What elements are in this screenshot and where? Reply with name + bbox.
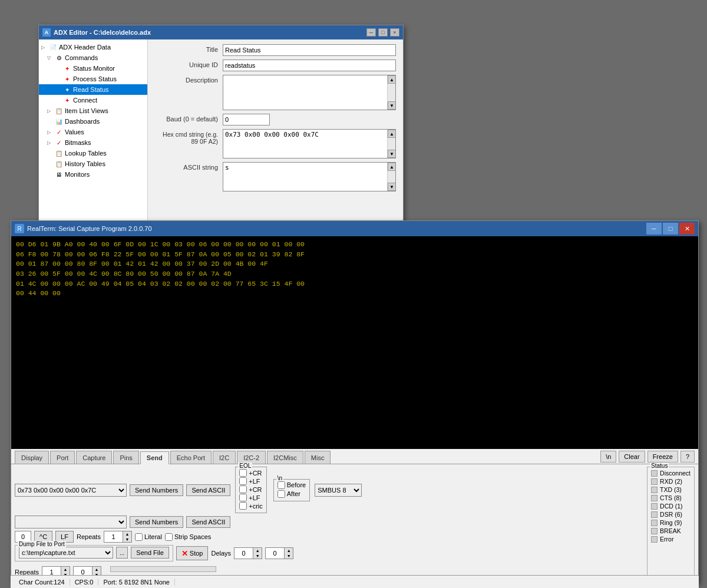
send-ascii-btn1[interactable]: Send ASCII [186, 484, 230, 496]
after-checkbox[interactable] [277, 490, 285, 498]
browse-btn[interactable]: ... [116, 547, 128, 559]
hex-cmd-scrollbar[interactable]: ▲ ▼ [387, 130, 395, 158]
status-label-disconnect: Disconnect [660, 470, 691, 477]
ascii-scrollbar[interactable]: ▲ ▼ [387, 163, 395, 191]
clear-btn[interactable]: Clear [619, 451, 645, 463]
baud-input[interactable] [223, 114, 270, 125]
help-btn[interactable]: ? [680, 451, 695, 463]
delay1-input[interactable] [234, 547, 253, 559]
repeats-input[interactable] [104, 531, 123, 543]
cric-check[interactable]: +cric [239, 502, 263, 510]
delay2-input[interactable] [265, 547, 284, 559]
tab-misc[interactable]: Misc [305, 451, 331, 464]
scroll-down-btn[interactable]: ▼ [388, 101, 396, 110]
led-cts [651, 495, 658, 501]
ascii-textarea-wrapper: s ▲ ▼ [223, 162, 396, 191]
tab-display[interactable]: Display [15, 451, 49, 464]
before-checkbox[interactable] [277, 481, 285, 489]
tab-echo-port[interactable]: Echo Port [170, 451, 212, 464]
strip-spaces-checkbox[interactable] [165, 533, 173, 541]
scroll-up-btn2[interactable]: ▲ [388, 130, 396, 138]
unique-id-input[interactable] [223, 60, 396, 71]
realterm-body: 00 D6 01 9B A0 00 40 00 6F 0D 00 1C 00 0… [11, 236, 698, 583]
tab-capture[interactable]: Capture [76, 451, 112, 464]
scroll-down-btn3[interactable]: ▼ [388, 183, 396, 191]
file-path-select[interactable]: c:\temp\capture.txt [19, 547, 113, 559]
status-right-panel: Status Disconnect RXD (2) TXD (3) CTS (8… [647, 467, 695, 580]
scroll-down-btn2[interactable]: ▼ [388, 150, 396, 158]
cr-checkbox1[interactable] [239, 469, 247, 477]
send-file-btn[interactable]: Send File [131, 547, 169, 559]
spin-up-btn[interactable]: ▲ [123, 531, 131, 537]
realterm-close-btn[interactable]: ✕ [679, 223, 695, 234]
cr-checkbox2[interactable] [239, 485, 247, 493]
after-check[interactable]: After [277, 490, 306, 498]
adx-minimize-btn[interactable]: ─ [366, 28, 376, 37]
tree-item-adx-header[interactable]: ▷ 📄 ADX Header Data [39, 42, 147, 52]
cr-check1[interactable]: +CR [239, 469, 263, 477]
adx-maximize-btn[interactable]: □ [378, 28, 388, 37]
hex-send-select[interactable]: 0x73 0x00 0x00 0x00 0x7C [15, 484, 127, 497]
lf-checkbox2[interactable] [239, 494, 247, 501]
ascii-textarea[interactable]: s [223, 163, 387, 191]
realterm-maximize-btn[interactable]: □ [663, 223, 678, 234]
tree-item-connect[interactable]: ✦ Connect [39, 95, 147, 105]
tree-item-commands[interactable]: ▽ ⚙ Commands [39, 52, 147, 63]
smbus-select[interactable]: SMBUS 8 [315, 484, 362, 497]
lf-checkbox1[interactable] [239, 477, 247, 485]
scroll-up-btn[interactable]: ▲ [388, 75, 396, 84]
tab-i2c[interactable]: I2C [213, 451, 236, 464]
baud-label: Baud (0 = default) [155, 114, 223, 123]
strip-spaces-check[interactable]: Strip Spaces [165, 533, 211, 541]
tree-item-status-monitor[interactable]: ✦ Status Monitor [39, 63, 147, 74]
tree-item-monitors[interactable]: 🖥 Monitors [39, 169, 147, 180]
send-numbers-btn1[interactable]: Send Numbers [130, 484, 183, 496]
stop-btn-area[interactable]: ✕ Stop [176, 546, 209, 560]
hex-send-select2[interactable] [15, 516, 127, 528]
tab-i2c2[interactable]: I2C-2 [237, 451, 266, 464]
led-disconnect [651, 470, 658, 477]
cr-check2[interactable]: +CR [239, 485, 263, 493]
tab-send[interactable]: Send [140, 451, 169, 464]
freeze-btn[interactable]: Freeze [647, 451, 678, 463]
tab-i2cmisc[interactable]: I2CMisc [267, 451, 303, 464]
before-check[interactable]: Before [277, 481, 306, 489]
tree-item-lookup-tables[interactable]: 📋 Lookup Tables [39, 148, 147, 158]
delay2-up[interactable]: ▲ [285, 548, 293, 553]
tree-item-values[interactable]: ▷ ✓ Values [39, 127, 147, 137]
hex-cmd-textarea[interactable]: 0x73 0x00 0x00 0x00 0x7C [223, 130, 387, 158]
delay1-up[interactable]: ▲ [253, 548, 262, 553]
scroll-up-btn3[interactable]: ▲ [388, 163, 396, 171]
repeats2-up[interactable]: ▲ [61, 567, 70, 572]
tree-item-history-tables[interactable]: 📋 History Tables [39, 158, 147, 169]
literal-checkbox[interactable] [135, 533, 143, 541]
tab-port[interactable]: Port [50, 451, 75, 464]
adx-close-btn[interactable]: × [390, 28, 399, 37]
literal-check[interactable]: Literal [135, 533, 162, 541]
description-scrollbar[interactable]: ▲ ▼ [387, 75, 395, 110]
dump-section-label: Dump File to Port [18, 541, 66, 547]
cps: CPS:0 [70, 579, 99, 586]
delay2-down[interactable]: ▼ [285, 553, 293, 559]
realterm-minimize-btn[interactable]: ─ [646, 223, 662, 234]
tree-item-bitmasks[interactable]: ▷ ✓ Bitmasks [39, 137, 147, 148]
repeats3-up[interactable]: ▲ [92, 567, 101, 572]
newline-btn[interactable]: \n [600, 451, 616, 463]
tab-pins[interactable]: Pins [113, 451, 138, 464]
repeats-label2: Repeats [15, 569, 39, 576]
tree-item-read-status[interactable]: ✦ Read Status [39, 84, 147, 95]
tree-item-process-status[interactable]: ✦ Process Status [39, 74, 147, 84]
send-ascii-btn2[interactable]: Send ASCII [186, 516, 230, 528]
led-dsr [651, 511, 658, 518]
tree-item-item-list-views[interactable]: ▷ 📋 Item List Views [39, 105, 147, 116]
spin-down-btn[interactable]: ▼ [123, 537, 131, 542]
cric-checkbox[interactable] [239, 502, 247, 510]
lf-check1[interactable]: +LF [239, 477, 263, 485]
tree-item-dashboards[interactable]: 📊 Dashboards [39, 116, 147, 127]
title-input[interactable] [223, 44, 396, 56]
description-textarea[interactable] [223, 75, 387, 110]
eol-title: EOL [238, 463, 252, 469]
delay1-down[interactable]: ▼ [253, 553, 262, 559]
send-numbers-btn2[interactable]: Send Numbers [130, 516, 183, 528]
lf-check2[interactable]: +LF [239, 494, 263, 501]
